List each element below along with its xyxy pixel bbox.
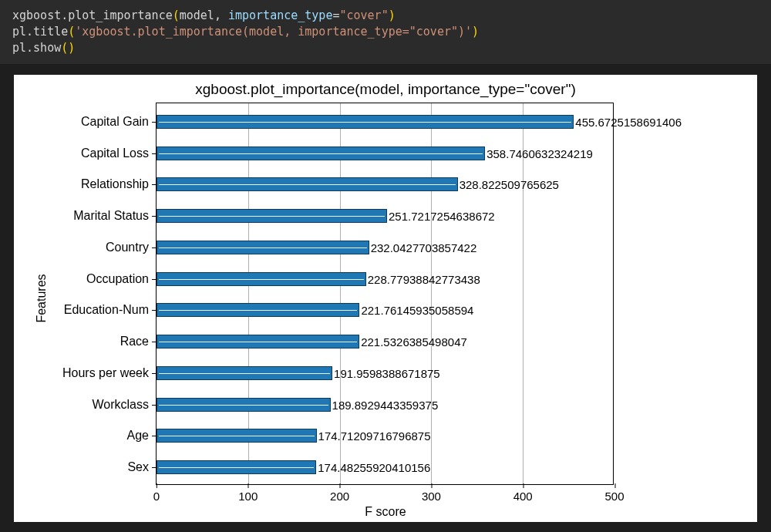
bar-value-label: 251.7217254638672 <box>389 210 495 223</box>
bar-value-label: 174.71209716796875 <box>318 429 431 443</box>
bar-value-label: 358.7460632324219 <box>487 146 593 160</box>
bar <box>157 146 485 160</box>
bar <box>157 460 316 474</box>
y-tick-label: Age <box>127 429 149 443</box>
grid-line <box>431 103 432 484</box>
bar <box>157 272 366 286</box>
y-tick-label: Education-Num <box>64 303 149 317</box>
y-tick-label: Race <box>120 335 149 348</box>
output-area: xgboost.plot_importance(model, importanc… <box>0 64 771 532</box>
x-tick-label: 400 <box>513 490 533 503</box>
y-tick-label: Relationship <box>81 177 149 191</box>
bar-value-label: 232.0427703857422 <box>371 241 477 254</box>
grid-line <box>523 103 524 484</box>
y-axis-label: Features <box>35 274 49 322</box>
plot-area: 0100200300400500Capital Gain455.67251586… <box>156 103 614 485</box>
bar <box>157 177 458 191</box>
y-tick-label: Sex <box>127 460 149 474</box>
grid-line <box>248 103 249 484</box>
x-axis-label: F score <box>14 505 757 519</box>
bar-value-label: 328.822509765625 <box>460 178 559 191</box>
bar-value-label: 221.5326385498047 <box>361 335 467 348</box>
x-tick-label: 500 <box>604 490 624 503</box>
bar-value-label: 221.76145935058594 <box>361 304 473 317</box>
y-tick-label: Hours per week <box>62 366 149 380</box>
bar-value-label: 174.48255920410156 <box>318 461 430 474</box>
x-tick-label: 0 <box>153 490 160 503</box>
bar <box>157 335 359 348</box>
code-token: xgboost <box>12 8 61 22</box>
bar <box>157 398 331 412</box>
x-tick-label: 200 <box>330 490 349 503</box>
x-tick-label: 100 <box>238 490 258 503</box>
chart-figure: xgboost.plot_importance(model, importanc… <box>14 75 757 522</box>
bar <box>157 303 359 317</box>
grid-line <box>340 103 341 484</box>
bar-value-label: 189.8929443359375 <box>332 398 439 411</box>
bar <box>157 241 369 254</box>
chart-title: xgboost.plot_importance(model, importanc… <box>14 81 757 98</box>
y-tick-label: Workclass <box>93 398 150 412</box>
bar <box>157 115 574 129</box>
y-tick-label: Country <box>106 241 149 254</box>
y-tick-label: Occupation <box>86 272 149 286</box>
bar <box>157 366 332 380</box>
bar-value-label: 455.6725158691406 <box>575 116 682 129</box>
y-tick-label: Marital Status <box>73 209 149 223</box>
bar <box>157 429 317 443</box>
bar-value-label: 191.9598388671875 <box>334 366 440 379</box>
bar <box>157 209 387 223</box>
code-cell: xgboost.plot_importance(model, importanc… <box>0 0 771 64</box>
x-tick-label: 300 <box>422 490 441 503</box>
y-tick-label: Capital Gain <box>81 115 149 129</box>
y-tick-label: Capital Loss <box>81 146 149 160</box>
bar-value-label: 228.77938842773438 <box>368 272 480 285</box>
